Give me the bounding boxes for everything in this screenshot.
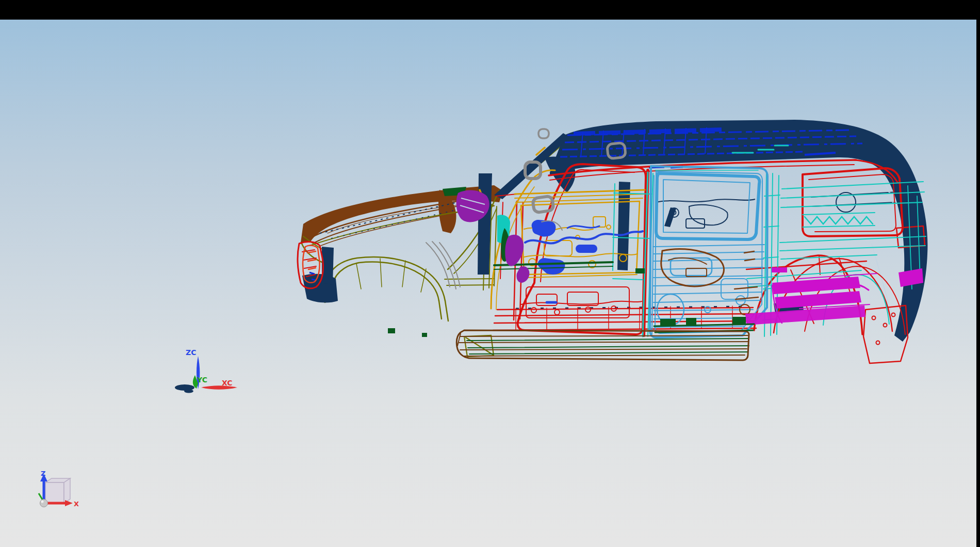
top-black-bar — [0, 0, 980, 20]
view-origin-sphere — [40, 500, 48, 507]
wcs-y-label: YC — [197, 376, 207, 384]
sphere-highlight — [41, 501, 44, 503]
cad-application-window: { "screen": { "top_bar_color": "#000000"… — [0, 0, 980, 547]
wcs-x-label: XC — [222, 379, 233, 387]
view-z-label: Z — [41, 470, 45, 477]
wcs-z-label: ZC — [186, 348, 196, 357]
right-black-bar — [976, 20, 980, 547]
view-triad-cube — [45, 478, 70, 503]
graphics-viewport[interactable]: ZC YC XC Z X — [0, 0, 980, 547]
view-x-label: X — [74, 500, 79, 508]
